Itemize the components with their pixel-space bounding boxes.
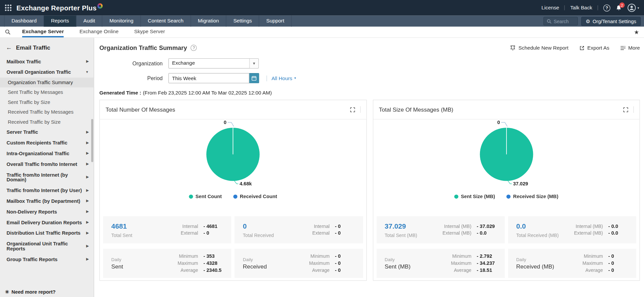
stat-val: - 0 [335, 267, 358, 274]
nav-tab-dashboard[interactable]: Dashboard [4, 16, 44, 27]
nav-tab-content-search[interactable]: Content Search [141, 16, 191, 27]
sidebar-item-mailbox-traffic[interactable]: Mailbox Traffic ▶ [0, 56, 94, 67]
sidebar-item-group-traffic-reports[interactable]: Group Traffic Reports ▶ [0, 254, 94, 265]
help-circle-icon[interactable]: ? [191, 45, 197, 51]
user-menu[interactable]: ▾ [627, 3, 639, 12]
sidebar: ← Email Traffic Mailbox Traffic ▶ Overal… [0, 38, 94, 297]
sidebar-item-received-traffic-by-messages[interactable]: Received Traffic by Messages [0, 107, 94, 117]
sidebar-item-overall-traffic-internet[interactable]: Overall Traffic from/to Internet ▶ [0, 159, 94, 170]
nav-tab-monitoring[interactable]: Monitoring [102, 16, 141, 27]
sidebar-item-email-delivery-duration-reports[interactable]: Email Delivery Duration Reports ▶ [0, 217, 94, 228]
stat-caption: Total Received [243, 233, 274, 238]
generated-time-label: Generated Time : [99, 90, 141, 96]
favorite-star-icon[interactable]: ★ [634, 29, 639, 36]
organization-select[interactable]: Exchange ▼ [168, 58, 259, 69]
stat-val: - 0 [335, 223, 358, 230]
search-input[interactable] [554, 19, 575, 24]
stat-val: - 4681 [203, 223, 226, 230]
pie-label-received: 0 [497, 120, 500, 125]
sidebar-item-distribution-list-traffic-reports[interactable]: Distribution List Traffic Reports ▶ [0, 228, 94, 239]
stat-daily-received: Daily Received Minimum- 0 Maximum- 0 Ave… [234, 249, 363, 278]
sidebar-item-sent-traffic-by-messages[interactable]: Sent Traffic by Messages [0, 87, 94, 97]
sidebar-item-intra-organizational-traffic[interactable]: Intra-Organizational Traffic ▶ [0, 148, 94, 159]
sidebar-item-overall-organization-traffic[interactable]: Overall Organization Traffic ▼ [0, 67, 94, 78]
caret-down-icon: ▾ [294, 76, 296, 80]
topbar-actions: License Talk Back ? 2 ▾ [541, 3, 639, 12]
stat-key: Minimum [452, 253, 471, 260]
legend-received-count[interactable]: Received Count [233, 194, 277, 199]
schedule-new-report-button[interactable]: Schedule New Report [510, 45, 569, 51]
nav-tab-audit[interactable]: Audit [76, 16, 103, 27]
expand-icon[interactable] [623, 107, 629, 112]
brand-swirl-icon [97, 3, 103, 8]
chevron-right-icon: ▶ [86, 199, 89, 204]
stat-val: - 0 [335, 230, 358, 237]
pie-chart-messages: 0 4.68k [100, 119, 366, 189]
stat-key: Maximum [177, 260, 198, 267]
license-link[interactable]: License [541, 5, 559, 11]
stat-name: Sent (MB) [385, 263, 411, 270]
nav-tab-reports[interactable]: Reports [44, 16, 76, 27]
card-header: Total Number Of Messages [100, 100, 366, 120]
all-hours-dropdown[interactable]: All Hours ▾ [271, 75, 296, 81]
stat-caption: Total Sent [111, 233, 132, 238]
main-content: Organization Traffic Summary ? Schedule … [94, 38, 644, 297]
nav-search[interactable] [543, 17, 578, 25]
period-input-group [168, 73, 259, 83]
calendar-button[interactable] [249, 73, 259, 83]
stat-left: Daily Received [243, 257, 267, 270]
nav-tab-settings[interactable]: Settings [226, 16, 259, 27]
sidebar-item-sent-traffic-by-size[interactable]: Sent Traffic by Size [0, 97, 94, 107]
stat-caption: Total Received (MB) [516, 233, 559, 238]
sidebar-scrollbar[interactable] [91, 119, 93, 162]
legend-label: Sent Size (MB) [461, 194, 495, 199]
legend-sent-size[interactable]: Sent Size (MB) [454, 194, 495, 199]
stat-val: - 0 [608, 260, 631, 267]
stat-rows: Internal- 4681 External- 0 [181, 223, 226, 237]
sidebar-item-non-delivery-reports[interactable]: Non-Delivery Reports ▶ [0, 206, 94, 217]
subtab-skype-server[interactable]: Skype Server [134, 27, 165, 38]
stat-key: Average [585, 267, 603, 274]
sidebar-item-traffic-internet-by-user[interactable]: Traffic from/to Internet (by User) ▶ [0, 185, 94, 196]
stat-total-sent: 4681 Total Sent Internal- 4681 External-… [103, 216, 231, 243]
primary-nav: Dashboard Reports Audit Monitoring Conte… [0, 16, 644, 27]
divider [633, 106, 634, 113]
organization-label: Organization [99, 60, 163, 66]
sidebar-item-received-traffic-by-size[interactable]: Received Traffic by Size [0, 117, 94, 127]
sidebar-item-server-traffic[interactable]: Server Traffic ▶ [0, 127, 94, 137]
more-icon [620, 45, 626, 50]
sidebar-item-label: Traffic from/to Internet (by User) [7, 188, 82, 193]
notifications-bell-icon[interactable]: 2 [615, 4, 622, 11]
sidebar-item-mailbox-traffic-by-department[interactable]: Mailbox Traffic (by Department) ▶ [0, 196, 94, 206]
expand-icon[interactable] [350, 107, 355, 112]
talkback-link[interactable]: Talk Back [570, 5, 592, 11]
sidebar-item-organization-traffic-summary[interactable]: Organization Traffic Summary [0, 77, 94, 87]
stat-rows: Internal (MB)- 37.029 External (MB)- 0.0 [442, 223, 500, 237]
sidebar-item-custom-recipients-traffic[interactable]: Custom Recipients Traffic ▶ [0, 137, 94, 148]
stat-key: External (MB) [574, 230, 603, 237]
org-tenant-settings-button[interactable]: ⚙ Org/Tenant Settings [581, 17, 641, 26]
help-icon[interactable]: ? [603, 4, 610, 11]
nav-tab-support[interactable]: Support [259, 16, 291, 27]
cards: Total Number Of Messages 0 [99, 100, 640, 281]
period-label: Period [99, 75, 163, 81]
sidebar-item-label: Group Traffic Reports [7, 257, 58, 262]
export-as-button[interactable]: Export As [579, 45, 609, 51]
sidebar-item-traffic-internet-by-domain[interactable]: Traffic from/to Internet (by Domain) ▶ [0, 170, 94, 185]
subtab-exchange-server[interactable]: Exchange Server [22, 27, 64, 38]
stat-left: 37.029 Total Sent (MB) [385, 222, 417, 237]
period-input[interactable] [168, 73, 249, 83]
nav-tab-migration[interactable]: Migration [191, 16, 226, 27]
more-button[interactable]: More [620, 45, 640, 51]
back-arrow-icon[interactable]: ← [6, 44, 12, 51]
subtab-exchange-online[interactable]: Exchange Online [79, 27, 119, 38]
legend-received-size[interactable]: Received Size (MB) [506, 194, 558, 199]
stat-value: 37.029 [385, 222, 417, 230]
sidebar-header[interactable]: ← Email Traffic [0, 38, 94, 56]
apps-grid-icon[interactable] [5, 4, 12, 11]
legend-sent-count[interactable]: Sent Count [189, 194, 222, 199]
report-finder-icon[interactable] [5, 27, 11, 38]
stat-val: - 0.0 [477, 230, 500, 237]
need-more-report-link[interactable]: ✳ Need more report? [5, 289, 56, 295]
sidebar-item-organizational-unit-traffic-reports[interactable]: Organizational Unit Traffic Reports ▶ [0, 238, 94, 254]
